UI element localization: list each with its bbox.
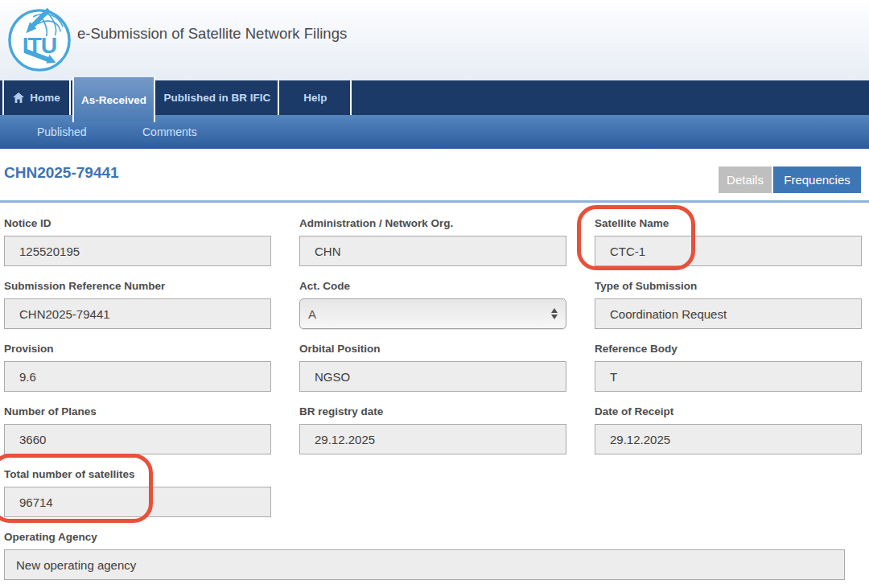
field-label: Reference Body: [595, 343, 862, 355]
nav-tab-label: As-Received: [81, 94, 146, 106]
subnav-item-label: Published: [37, 125, 87, 138]
field-total-satellites: Total number of satellites: [4, 469, 271, 517]
submission-reference-input[interactable]: [4, 298, 271, 329]
operating-agency-input[interactable]: [4, 549, 845, 580]
field-br-registry-date: BR registry date: [299, 406, 566, 454]
field-date-of-receipt: Date of Receipt: [595, 406, 862, 454]
filing-details-form: Notice ID Administration / Network Org. …: [4, 218, 862, 580]
date-of-receipt-input[interactable]: [595, 424, 862, 454]
br-registry-date-input[interactable]: [299, 424, 566, 454]
field-label: Date of Receipt: [595, 406, 862, 417]
field-label: Orbital Position: [299, 343, 566, 355]
field-orbital-position: Orbital Position: [299, 343, 566, 392]
field-label: Provision: [4, 343, 271, 355]
reference-body-input[interactable]: [595, 361, 862, 392]
field-label: Submission Reference Number: [4, 281, 271, 292]
main-navbar: Home As-Received Published in BR IFIC He…: [0, 80, 869, 115]
field-label: Total number of satellites: [4, 469, 271, 480]
field-label: Operating Agency: [4, 532, 862, 543]
nav-tab-label: Published in BR IFIC: [164, 92, 271, 104]
field-label: BR registry date: [299, 406, 566, 417]
field-label: Act. Code: [299, 281, 566, 292]
field-label: Notice ID: [4, 218, 271, 229]
home-icon: [13, 93, 24, 103]
field-administration: Administration / Network Org.: [299, 218, 566, 266]
heading-divider: [0, 200, 869, 203]
page: ITU e-Submission of Satellite Network Fi…: [0, 0, 869, 588]
stepper-arrows-icon: [551, 308, 558, 319]
field-reference-body: Reference Body: [595, 343, 862, 392]
satellite-name-input[interactable]: [595, 236, 862, 266]
field-submission-reference: Submission Reference Number: [4, 281, 271, 329]
act-code-value: A: [308, 307, 551, 321]
administration-input[interactable]: [299, 236, 566, 266]
field-label: Administration / Network Org.: [299, 218, 566, 229]
field-label: Number of Planes: [4, 406, 271, 417]
field-label: Satellite Name: [595, 218, 862, 229]
field-provision: Provision: [4, 343, 271, 392]
field-label: Type of Submission: [595, 281, 862, 292]
field-type-of-submission: Type of Submission: [595, 281, 862, 329]
notice-id-input[interactable]: [4, 236, 271, 266]
details-button[interactable]: Details: [719, 167, 772, 193]
app-title: e-Submission of Satellite Network Filing…: [77, 25, 347, 43]
provision-input[interactable]: [4, 361, 271, 392]
orbital-position-input[interactable]: [299, 361, 566, 392]
nav-tab-help[interactable]: Help: [281, 80, 352, 115]
field-act-code: Act. Code A: [299, 281, 566, 329]
nav-tab-published-in-br-ific[interactable]: Published in BR IFIC: [157, 80, 279, 115]
page-title: CHN2025-79441: [4, 164, 119, 182]
field-satellite-name: Satellite Name: [595, 218, 862, 266]
nav-tab-as-received[interactable]: As-Received: [72, 77, 155, 122]
total-satellites-input[interactable]: [4, 487, 271, 517]
field-notice-id: Notice ID: [4, 218, 271, 266]
type-of-submission-input[interactable]: [595, 298, 862, 329]
frequencies-button[interactable]: Frequencies: [773, 167, 861, 193]
app-header: ITU e-Submission of Satellite Network Fi…: [0, 0, 869, 80]
field-operating-agency: Operating Agency: [4, 532, 862, 580]
nav-tab-label: Home: [30, 92, 60, 104]
act-code-select[interactable]: A: [299, 298, 566, 329]
number-of-planes-input[interactable]: [4, 424, 271, 454]
itu-logo-icon: ITU: [6, 7, 72, 73]
field-number-of-planes: Number of Planes: [4, 406, 271, 454]
nav-tab-label: Help: [303, 92, 327, 104]
subnav-item-label: Comments: [142, 125, 197, 138]
nav-tab-home[interactable]: Home: [2, 80, 71, 115]
